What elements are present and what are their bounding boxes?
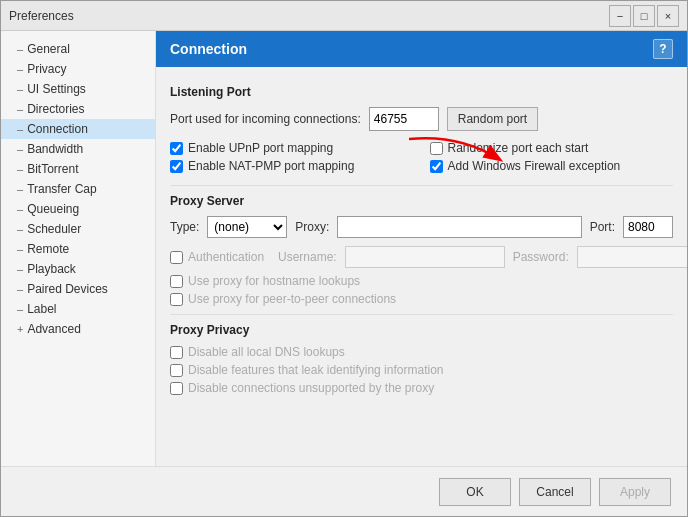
sidebar-item-label[interactable]: –Label [1,299,155,319]
minimize-button[interactable]: − [609,5,631,27]
bullet-icon: – [17,183,23,195]
proxy-server-title: Proxy Server [170,194,673,208]
proxy-type-row: Type: (none) HTTP SOCKS4 SOCKS5 Proxy: P… [170,216,673,238]
hostname-label: Use proxy for hostname lookups [188,274,360,288]
window-title: Preferences [9,9,74,23]
sidebar-item-paired-devices[interactable]: –Paired Devices [1,279,155,299]
p2p-label: Use proxy for peer-to-peer connections [188,292,396,306]
sidebar-item-label: Playback [27,262,76,276]
sidebar-item-ui-settings[interactable]: –UI Settings [1,79,155,99]
sidebar-item-label: Queueing [27,202,79,216]
bullet-icon: – [17,203,23,215]
auth-row: Authentication Username: Password: [170,246,673,268]
listening-port-title: Listening Port [170,85,673,99]
sidebar-item-label: UI Settings [27,82,86,96]
sidebar-item-scheduler[interactable]: –Scheduler [1,219,155,239]
unsupported-row: Disable connections unsupported by the p… [170,381,673,395]
proxy-type-label: Type: [170,220,199,234]
bullet-icon: – [17,223,23,235]
auth-label: Authentication [188,250,264,264]
bottom-bar: OK Cancel Apply [1,466,687,516]
ok-button[interactable]: OK [439,478,511,506]
sidebar-item-bittorrent[interactable]: –BitTorrent [1,159,155,179]
right-panel: Connection ? Listening Port Port used [156,31,687,466]
bullet-icon: – [17,83,23,95]
dns-checkbox[interactable] [170,346,183,359]
firewall-checkbox-row: Add Windows Firewall exception [430,159,674,173]
dns-label: Disable all local DNS lookups [188,345,345,359]
unsupported-checkbox[interactable] [170,382,183,395]
natpmp-checkbox[interactable] [170,160,183,173]
sidebar-item-label: Bandwidth [27,142,83,156]
unsupported-label: Disable connections unsupported by the p… [188,381,434,395]
bullet-icon: – [17,263,23,275]
sidebar-item-general[interactable]: –General [1,39,155,59]
close-button[interactable]: × [657,5,679,27]
sidebar-item-privacy[interactable]: –Privacy [1,59,155,79]
password-label: Password: [513,250,569,264]
help-button[interactable]: ? [653,39,673,59]
p2p-row: Use proxy for peer-to-peer connections [170,292,673,306]
sidebar-item-label: Scheduler [27,222,81,236]
sidebar-item-label: Remote [27,242,69,256]
auth-checkbox[interactable] [170,251,183,264]
sidebar-item-label: General [27,42,70,56]
randomize-checkbox-row: Randomize port each start [430,141,674,155]
bullet-icon: – [17,243,23,255]
sidebar: –General–Privacy–UI Settings–Directories… [1,31,156,466]
p2p-checkbox[interactable] [170,293,183,306]
random-port-button[interactable]: Random port [447,107,538,131]
bullet-icon: – [17,43,23,55]
panel-body: Listening Port Port used for incoming co… [156,67,687,466]
sidebar-item-transfer-cap[interactable]: –Transfer Cap [1,179,155,199]
bullet-icon: – [17,163,23,175]
leak-row: Disable features that leak identifying i… [170,363,673,377]
randomize-label: Randomize port each start [448,141,589,155]
proxy-privacy-title: Proxy Privacy [170,323,673,337]
maximize-button[interactable]: □ [633,5,655,27]
sidebar-item-label: Label [27,302,56,316]
panel-title: Connection [170,41,247,57]
proxy-input[interactable] [337,216,581,238]
sidebar-item-directories[interactable]: –Directories [1,99,155,119]
bullet-icon: – [17,103,23,115]
preferences-window: Preferences − □ × –General–Privacy–UI Se… [0,0,688,517]
upnp-checkbox-row: Enable UPnP port mapping [170,141,414,155]
sidebar-item-playback[interactable]: –Playback [1,259,155,279]
sidebar-item-label: Connection [27,122,88,136]
sidebar-item-bandwidth[interactable]: –Bandwidth [1,139,155,159]
port-input[interactable] [369,107,439,131]
port-label: Port used for incoming connections: [170,112,361,126]
upnp-label: Enable UPnP port mapping [188,141,333,155]
title-bar: Preferences − □ × [1,1,687,31]
bullet-icon: – [17,63,23,75]
sidebar-item-advanced[interactable]: +Advanced [1,319,155,339]
password-input[interactable] [577,246,687,268]
sidebar-item-remote[interactable]: –Remote [1,239,155,259]
port-checkboxes: Enable UPnP port mapping Randomize port … [170,141,673,173]
sidebar-item-label: Privacy [27,62,66,76]
sidebar-item-label: Paired Devices [27,282,108,296]
listening-port-row: Port used for incoming connections: Rand… [170,107,673,131]
natpmp-checkbox-row: Enable NAT-PMP port mapping [170,159,414,173]
cancel-button[interactable]: Cancel [519,478,591,506]
apply-button[interactable]: Apply [599,478,671,506]
upnp-checkbox[interactable] [170,142,183,155]
bullet-icon: – [17,143,23,155]
sidebar-item-queueing[interactable]: –Queueing [1,199,155,219]
leak-checkbox[interactable] [170,364,183,377]
username-input[interactable] [345,246,505,268]
hostname-checkbox[interactable] [170,275,183,288]
username-label: Username: [278,250,337,264]
proxy-port-input[interactable] [623,216,673,238]
randomize-checkbox[interactable] [430,142,443,155]
main-content: –General–Privacy–UI Settings–Directories… [1,31,687,466]
firewall-checkbox[interactable] [430,160,443,173]
sidebar-item-connection[interactable]: –Connection [1,119,155,139]
auth-label-group: Authentication [170,250,270,264]
proxy-port-label: Port: [590,220,615,234]
proxy-type-select[interactable]: (none) HTTP SOCKS4 SOCKS5 [207,216,287,238]
hostname-row: Use proxy for hostname lookups [170,274,673,288]
sidebar-item-label: Directories [27,102,84,116]
expand-icon: + [17,323,23,335]
